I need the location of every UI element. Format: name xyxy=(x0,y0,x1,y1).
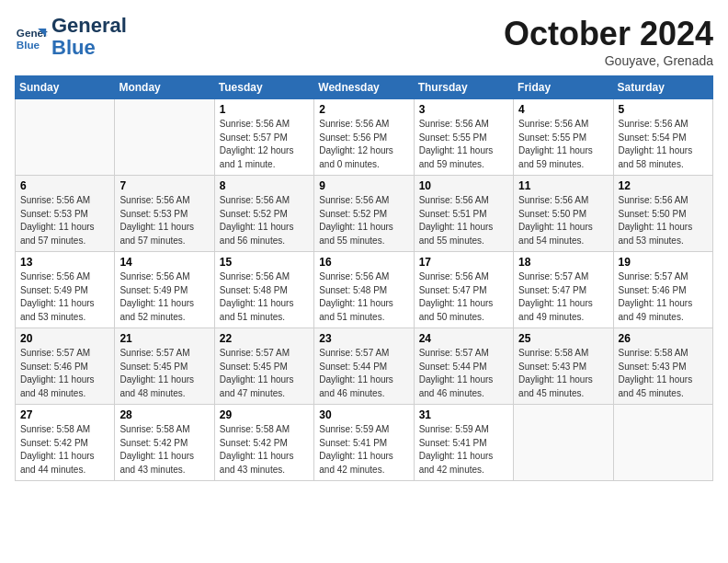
calendar-cell: 3Sunrise: 5:56 AM Sunset: 5:55 PM Daylig… xyxy=(414,99,513,176)
day-info: Sunrise: 5:56 AM Sunset: 5:48 PM Dayligh… xyxy=(220,270,309,324)
calendar-cell: 25Sunrise: 5:58 AM Sunset: 5:43 PM Dayli… xyxy=(514,328,613,405)
day-number: 24 xyxy=(419,332,508,345)
weekday-header-sunday: Sunday xyxy=(16,76,115,99)
day-info: Sunrise: 5:56 AM Sunset: 5:50 PM Dayligh… xyxy=(619,194,708,247)
calendar-cell: 19Sunrise: 5:57 AM Sunset: 5:46 PM Dayli… xyxy=(613,252,712,328)
calendar-cell: 17Sunrise: 5:56 AM Sunset: 5:47 PM Dayli… xyxy=(414,252,513,328)
calendar-cell: 2Sunrise: 5:56 AM Sunset: 5:56 PM Daylig… xyxy=(314,99,414,176)
day-number: 8 xyxy=(220,179,309,192)
logo-text-line2: Blue xyxy=(51,37,127,59)
weekday-header-friday: Friday xyxy=(514,76,613,99)
day-number: 10 xyxy=(419,179,508,192)
day-info: Sunrise: 5:56 AM Sunset: 5:53 PM Dayligh… xyxy=(119,194,209,247)
day-number: 25 xyxy=(518,332,608,345)
day-number: 1 xyxy=(220,103,309,116)
weekday-header-wednesday: Wednesday xyxy=(314,76,414,99)
day-info: Sunrise: 5:57 AM Sunset: 5:44 PM Dayligh… xyxy=(319,347,408,400)
logo: General Blue General Blue xyxy=(15,15,127,59)
day-number: 15 xyxy=(220,256,309,269)
day-number: 19 xyxy=(619,256,708,269)
day-info: Sunrise: 5:56 AM Sunset: 5:57 PM Dayligh… xyxy=(220,118,309,171)
day-info: Sunrise: 5:56 AM Sunset: 5:55 PM Dayligh… xyxy=(518,118,608,171)
day-info: Sunrise: 5:56 AM Sunset: 5:50 PM Dayligh… xyxy=(518,194,608,247)
day-number: 14 xyxy=(119,256,209,269)
calendar-cell: 9Sunrise: 5:56 AM Sunset: 5:52 PM Daylig… xyxy=(314,176,414,252)
day-number: 28 xyxy=(119,408,209,421)
day-info: Sunrise: 5:58 AM Sunset: 5:42 PM Dayligh… xyxy=(220,423,309,477)
calendar-cell: 24Sunrise: 5:57 AM Sunset: 5:44 PM Dayli… xyxy=(414,328,513,405)
day-info: Sunrise: 5:59 AM Sunset: 5:41 PM Dayligh… xyxy=(319,423,408,477)
day-number: 5 xyxy=(619,103,708,116)
calendar-cell: 20Sunrise: 5:57 AM Sunset: 5:46 PM Dayli… xyxy=(16,328,115,405)
title-block: October 2024 Gouyave, Grenada xyxy=(504,15,713,68)
logo-text-line1: General xyxy=(51,15,127,37)
day-info: Sunrise: 5:57 AM Sunset: 5:45 PM Dayligh… xyxy=(220,347,309,400)
day-number: 3 xyxy=(419,103,508,116)
calendar-cell: 23Sunrise: 5:57 AM Sunset: 5:44 PM Dayli… xyxy=(314,328,414,405)
month-title: October 2024 xyxy=(504,15,713,53)
day-number: 17 xyxy=(419,256,508,269)
calendar-cell: 11Sunrise: 5:56 AM Sunset: 5:50 PM Dayli… xyxy=(514,176,613,252)
day-info: Sunrise: 5:57 AM Sunset: 5:47 PM Dayligh… xyxy=(518,270,608,324)
calendar-cell: 31Sunrise: 5:59 AM Sunset: 5:41 PM Dayli… xyxy=(414,405,513,481)
calendar-cell: 22Sunrise: 5:57 AM Sunset: 5:45 PM Dayli… xyxy=(214,328,313,405)
calendar-cell: 12Sunrise: 5:56 AM Sunset: 5:50 PM Dayli… xyxy=(613,176,712,252)
calendar-cell xyxy=(514,405,613,481)
calendar-cell: 30Sunrise: 5:59 AM Sunset: 5:41 PM Dayli… xyxy=(314,405,414,481)
calendar-cell: 26Sunrise: 5:58 AM Sunset: 5:43 PM Dayli… xyxy=(613,328,712,405)
day-info: Sunrise: 5:56 AM Sunset: 5:55 PM Dayligh… xyxy=(419,118,508,171)
day-number: 31 xyxy=(419,408,508,421)
calendar-cell: 10Sunrise: 5:56 AM Sunset: 5:51 PM Dayli… xyxy=(414,176,513,252)
day-number: 6 xyxy=(20,179,109,192)
day-number: 22 xyxy=(220,332,309,345)
day-number: 11 xyxy=(518,179,608,192)
day-number: 30 xyxy=(319,408,408,421)
calendar-cell: 7Sunrise: 5:56 AM Sunset: 5:53 PM Daylig… xyxy=(115,176,214,252)
calendar-cell xyxy=(115,99,214,176)
day-number: 23 xyxy=(319,332,408,345)
day-info: Sunrise: 5:57 AM Sunset: 5:46 PM Dayligh… xyxy=(20,347,109,400)
calendar-table: SundayMondayTuesdayWednesdayThursdayFrid… xyxy=(15,75,713,481)
day-info: Sunrise: 5:56 AM Sunset: 5:52 PM Dayligh… xyxy=(319,194,408,247)
day-info: Sunrise: 5:56 AM Sunset: 5:49 PM Dayligh… xyxy=(119,270,209,324)
day-info: Sunrise: 5:58 AM Sunset: 5:43 PM Dayligh… xyxy=(518,347,608,400)
calendar-body: 1Sunrise: 5:56 AM Sunset: 5:57 PM Daylig… xyxy=(16,99,713,481)
calendar-cell: 29Sunrise: 5:58 AM Sunset: 5:42 PM Dayli… xyxy=(214,405,313,481)
calendar-cell: 18Sunrise: 5:57 AM Sunset: 5:47 PM Dayli… xyxy=(514,252,613,328)
weekday-header-thursday: Thursday xyxy=(414,76,513,99)
weekday-header-monday: Monday xyxy=(115,76,214,99)
day-info: Sunrise: 5:56 AM Sunset: 5:54 PM Dayligh… xyxy=(619,118,708,171)
day-number: 20 xyxy=(20,332,109,345)
day-number: 16 xyxy=(319,256,408,269)
day-number: 18 xyxy=(518,256,608,269)
day-number: 12 xyxy=(619,179,708,192)
day-info: Sunrise: 5:56 AM Sunset: 5:49 PM Dayligh… xyxy=(20,270,109,324)
page-header: General Blue General Blue October 2024 G… xyxy=(15,15,713,68)
weekday-header-tuesday: Tuesday xyxy=(214,76,313,99)
day-info: Sunrise: 5:56 AM Sunset: 5:47 PM Dayligh… xyxy=(419,270,508,324)
calendar-cell: 14Sunrise: 5:56 AM Sunset: 5:49 PM Dayli… xyxy=(115,252,214,328)
day-number: 26 xyxy=(619,332,708,345)
calendar-cell: 5Sunrise: 5:56 AM Sunset: 5:54 PM Daylig… xyxy=(613,99,712,176)
calendar-cell: 16Sunrise: 5:56 AM Sunset: 5:48 PM Dayli… xyxy=(314,252,414,328)
calendar-cell xyxy=(16,99,115,176)
calendar-header: SundayMondayTuesdayWednesdayThursdayFrid… xyxy=(16,76,713,99)
calendar-cell: 15Sunrise: 5:56 AM Sunset: 5:48 PM Dayli… xyxy=(214,252,313,328)
calendar-cell: 8Sunrise: 5:56 AM Sunset: 5:52 PM Daylig… xyxy=(214,176,313,252)
weekday-header-saturday: Saturday xyxy=(613,76,712,99)
calendar-week-2: 6Sunrise: 5:56 AM Sunset: 5:53 PM Daylig… xyxy=(16,176,713,252)
calendar-cell: 4Sunrise: 5:56 AM Sunset: 5:55 PM Daylig… xyxy=(514,99,613,176)
day-info: Sunrise: 5:57 AM Sunset: 5:45 PM Dayligh… xyxy=(119,347,209,400)
day-info: Sunrise: 5:56 AM Sunset: 5:56 PM Dayligh… xyxy=(319,118,408,171)
day-info: Sunrise: 5:56 AM Sunset: 5:52 PM Dayligh… xyxy=(220,194,309,247)
day-info: Sunrise: 5:56 AM Sunset: 5:53 PM Dayligh… xyxy=(20,194,109,247)
logo-icon: General Blue xyxy=(15,20,48,53)
calendar-cell xyxy=(613,405,712,481)
calendar-week-5: 27Sunrise: 5:58 AM Sunset: 5:42 PM Dayli… xyxy=(16,405,713,481)
day-number: 2 xyxy=(319,103,408,116)
calendar-cell: 1Sunrise: 5:56 AM Sunset: 5:57 PM Daylig… xyxy=(214,99,313,176)
calendar-week-1: 1Sunrise: 5:56 AM Sunset: 5:57 PM Daylig… xyxy=(16,99,713,176)
calendar-cell: 28Sunrise: 5:58 AM Sunset: 5:42 PM Dayli… xyxy=(115,405,214,481)
location-subtitle: Gouyave, Grenada xyxy=(504,53,713,68)
day-info: Sunrise: 5:58 AM Sunset: 5:42 PM Dayligh… xyxy=(119,423,209,477)
